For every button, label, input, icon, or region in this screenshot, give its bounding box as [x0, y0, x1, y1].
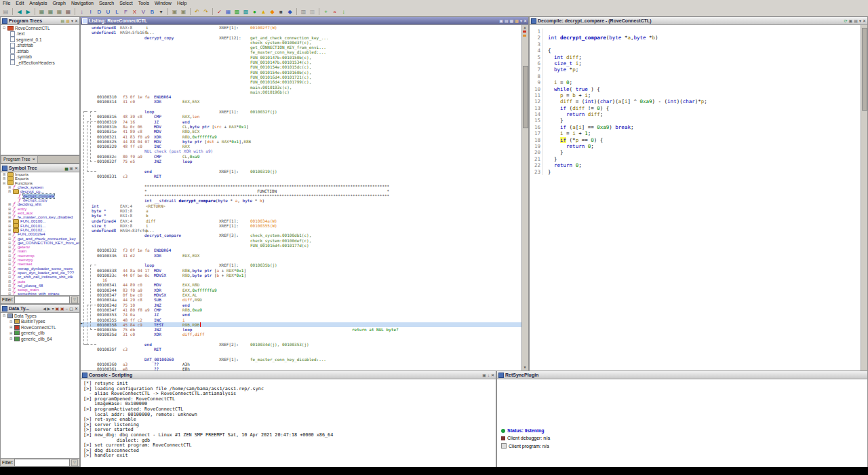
listing-row[interactable]: 0010031648 39 c8CMPRAX,len [81, 114, 522, 119]
listing-row[interactable]: fe_master_conn_key_disabled:... [81, 50, 522, 54]
decompile-titlebar[interactable]: Decompile: decrypt_compare - (RoveConnec… [530, 17, 867, 25]
listing-row[interactable]: 00100331c3RET [81, 174, 522, 178]
toolbar-paste-icon[interactable]: ▣ [180, 8, 187, 16]
data-types-filter-input[interactable] [14, 459, 70, 467]
console-icon-2[interactable]: ✕ [491, 373, 494, 378]
decompile-line[interactable]: 21 } [530, 156, 867, 162]
toolbar-mark-x-icon[interactable]: X [131, 8, 138, 16]
listing-row[interactable]: 0010035d31 c0XORdiff,diff [81, 332, 522, 337]
toolbar-diamond-icon[interactable]: ◆ [269, 8, 276, 16]
console-icon-0[interactable]: ▣ [482, 373, 486, 378]
listing-row[interactable]: ****************************************… [81, 184, 522, 189]
symbol-tree-icon-0[interactable]: ▅ [65, 166, 68, 171]
data-types-icon-5[interactable]: − [66, 306, 68, 311]
tree-item-generic-clib[interactable]: ⊞generic_clib [1, 330, 79, 337]
listing-scrollbar[interactable]: ▲ ▼ [521, 25, 528, 370]
decompile-line[interactable]: 15 } [530, 117, 867, 124]
tree-item-generic-clib-64[interactable]: ⊞generic_clib_64 [1, 336, 79, 342]
toolbar-back-icon[interactable]: ◀ [16, 8, 23, 16]
listing-row[interactable]: 0010032141 83 f0 a9XORR8D,0xffffffa9 [81, 134, 522, 139]
toolbar-program-icon-2[interactable]: ▦ [47, 8, 54, 16]
listing-row[interactable]: 0010034144 89 c0MOVEAX,R8D [81, 282, 522, 287]
decompile-line[interactable]: 10 while( true ) { [530, 86, 867, 92]
toolbar-dark-icon[interactable]: ■ [277, 8, 285, 16]
toolbar-program-icon-4[interactable]: ▦ [64, 8, 72, 16]
listing-row[interactable]: byte *RDI:8a [81, 208, 522, 213]
listing-row[interactable]: 001003470f be c0MOVSXEAX,AL [81, 292, 522, 297]
toolbar-mark-l-icon[interactable]: L [113, 8, 121, 16]
toolbar-mark-d-icon[interactable]: D [96, 8, 103, 16]
listing-row[interactable]: FUN_0010147b:0010150b(c), [81, 55, 522, 60]
toolbar-mark-b-icon[interactable]: B [149, 8, 156, 16]
menu-window[interactable]: Window [152, 0, 174, 7]
listing-row[interactable]: 0010032544 88 04 07MOVbyte ptr [dst + RA… [81, 139, 522, 144]
toolbar-add-icon[interactable]: + [322, 8, 330, 16]
listing-icon-1[interactable]: ▤ [505, 18, 509, 24]
listing-row[interactable]: NUL check (post XOR with a9) [81, 149, 522, 153]
listing-row[interactable]: FUN_001016d4:00101721(c), [81, 75, 522, 79]
listing-row[interactable]: endXREF[2]:0010034d(j), 00100353(j) [81, 342, 522, 347]
listing-row[interactable]: 0010031e41 89 c8MOVR8D,ECX [81, 129, 522, 134]
listing-row[interactable]: check_system:00100def(c), [81, 238, 522, 243]
listing-row[interactable]: 0010031431 c0XOREAX,EAX [81, 99, 522, 104]
decompile-line[interactable]: 20 } [530, 149, 867, 155]
decompile-line[interactable]: 12 diff = (int)(char)(a[i] ^ 0xa9) - (in… [530, 98, 867, 104]
listing-row[interactable]: 16 [81, 278, 522, 282]
listing-row[interactable]: 0010033631 d2XOREDX,EDX [81, 253, 522, 258]
decompile-icon-1[interactable]: ▣ [849, 18, 853, 24]
listing-row[interactable]: XREF[1]:001002f7(W)undefined8RAX:8i [81, 25, 522, 30]
decompile-line[interactable]: 2int decrypt_compare(byte *a,byte *b) [530, 35, 867, 41]
toolbar-forward-icon[interactable]: ▶ [24, 8, 32, 16]
decompile-line[interactable]: 6 size_t i; [530, 60, 867, 66]
toolbar-clear-flow-icon[interactable]: ↓ [78, 8, 85, 16]
listing-row[interactable]: 0010034f41 80 f8 a9CMPR8B,0xa9 [81, 307, 522, 312]
program-trees-titlebar[interactable]: Program Trees ▤▩▾✕ [1, 17, 79, 25]
listing-row[interactable]: 00100360a3??A3h [81, 362, 522, 366]
listing-row[interactable]: 0010034483 f0 a9XOREAX,0xffffffa9 [81, 288, 522, 292]
listing-row[interactable]: XREF[1]:00100355(W)size_tRDX:8i [81, 223, 522, 228]
decompile-scrollbar[interactable] [861, 25, 867, 370]
menu-edit[interactable]: Edit [13, 0, 26, 7]
data-types-icon-7[interactable]: ✕ [75, 306, 78, 311]
listing-row[interactable] [81, 352, 522, 357]
decompile-body[interactable]: 12int decrypt_compare(byte *a,byte *b)34… [530, 25, 867, 370]
data-types-icon-2[interactable]: ▾ [52, 306, 54, 311]
toolbar-copy-icon[interactable]: ▣ [171, 8, 178, 16]
decompile-line[interactable]: 5 int diff; [530, 54, 867, 60]
toolbar-validate-icon[interactable]: ✓ [216, 8, 223, 16]
decompile-line[interactable]: 3 [530, 41, 867, 48]
listing-row[interactable]: 0010035b75 dbJNZloopreturn at NUL byte? [81, 327, 522, 332]
toolbar-down-icon[interactable]: ↓ [340, 8, 347, 16]
toolbar-memory-icon[interactable]: ▥ [300, 8, 307, 16]
data-types-icon-6[interactable]: ▢ [69, 306, 73, 311]
console-icon-1[interactable]: ↓ [488, 373, 490, 378]
listing-row[interactable] [81, 104, 522, 109]
scroll-down-icon[interactable]: ▼ [522, 365, 528, 370]
tree-item-builtintypes[interactable]: ⊞BuiltInTypes [1, 319, 79, 325]
listing-row[interactable]: main:0010196b(c) [81, 90, 522, 94]
decompile-icon-4[interactable]: ✕ [863, 18, 866, 24]
tab-program-tree[interactable]: Program Tree × [1, 155, 38, 163]
tree-item-segment-0-1[interactable]: segment_0.1 [1, 37, 79, 43]
toolbar-table-icon[interactable]: ▦ [224, 8, 232, 16]
toolbar-dropdown-icon[interactable]: ▾ [157, 8, 165, 16]
tree-item-root[interactable]: ⊟RoveConnectCTL [1, 25, 79, 31]
toolbar-program-icon-1[interactable]: ▦ [38, 8, 45, 16]
symbol-tree-icon-1[interactable]: ▣ [69, 166, 73, 171]
decompile-line[interactable]: 1 [530, 28, 867, 35]
listing-row[interactable]: XREF[1]:0010034a(W)undefined4EAX:4diff [81, 218, 522, 223]
listing-row[interactable]: byte *RSI:8b [81, 213, 522, 218]
toolbar-green-grid-icon[interactable]: ▩ [233, 8, 241, 16]
decompile-icon-2[interactable]: ▤ [854, 18, 858, 24]
decompile-line[interactable]: 23} [530, 169, 867, 175]
listing-row[interactable]: endXREF[1]:00100319(j) [81, 169, 522, 174]
listing-row[interactable]: undefined1HASH:5fb16f...b [81, 30, 522, 35]
retsync-titlebar[interactable]: RetSyncPlugin [497, 371, 867, 379]
menu-search[interactable]: Search [96, 0, 117, 7]
console-titlebar[interactable]: Console - Scripting ▣↓✕ [81, 371, 496, 379]
listing-row[interactable]: FUN_0010147b:00101534(c), [81, 60, 522, 64]
listing-body[interactable]: XREF[1]:001002f7(W)undefined8RAX:8iundef… [81, 25, 528, 370]
tree-item-data-types[interactable]: ⊟Data Types [1, 313, 79, 319]
toolbar-green-ball-icon[interactable]: ● [251, 8, 258, 16]
listing-row[interactable]: DAT_00100360XREF[1]:fe_master_conn_key_d… [81, 357, 522, 362]
